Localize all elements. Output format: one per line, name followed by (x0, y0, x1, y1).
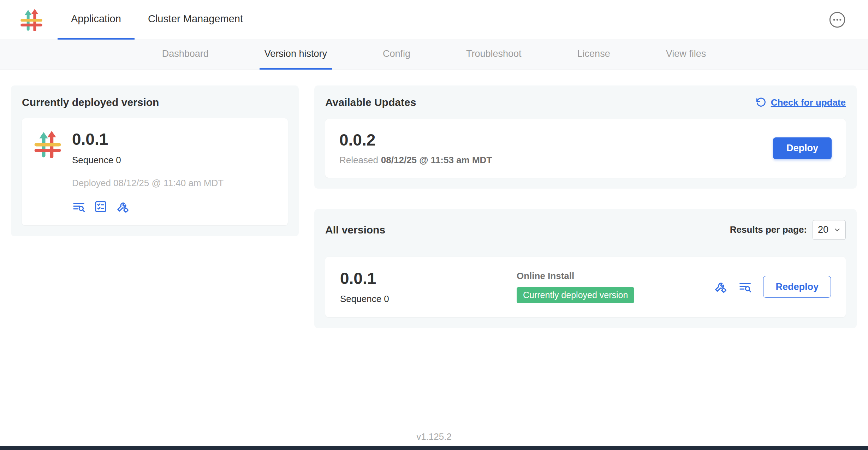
app-logo (0, 0, 58, 40)
update-info: 0.0.2 Released08/12/25 @ 11:53 am MDT (339, 131, 492, 166)
left-column: Currently deployed version (11, 85, 299, 236)
update-row: 0.0.2 Released08/12/25 @ 11:53 am MDT De… (325, 119, 846, 178)
deployed-version-card: 0.0.1 Sequence 0 Deployed 08/12/25 @ 11:… (22, 118, 288, 225)
subnav-config-label: Config (383, 48, 410, 59)
app-logo-icon (20, 8, 43, 31)
header-right (829, 0, 868, 40)
subnav-version-history-label: Version history (264, 48, 327, 59)
page: Application Cluster Management Dashboard… (0, 0, 868, 450)
deployed-timestamp: Deployed 08/12/25 @ 11:40 am MDT (72, 178, 224, 189)
subnav-dashboard[interactable]: Dashboard (157, 40, 214, 70)
subnav-view-files-label: View files (666, 48, 706, 59)
results-per-page: Results per page: 20 (730, 220, 846, 240)
version-row: 0.0.1 Sequence 0 Online Install Currentl… (325, 257, 846, 318)
results-per-page-label: Results per page: (730, 224, 807, 235)
currently-deployed-card: Currently deployed version (11, 85, 299, 236)
update-released-line: Released08/12/25 @ 11:53 am MDT (339, 155, 492, 166)
preflight-checklist-icon[interactable] (94, 200, 107, 213)
currently-deployed-title: Currently deployed version (22, 96, 288, 108)
tab-application-label: Application (71, 13, 121, 25)
tab-application[interactable]: Application (58, 0, 135, 40)
deployed-action-icons (72, 200, 224, 213)
app-subnav: Dashboard Version history Config Trouble… (0, 40, 868, 70)
row-version-number: 0.0.1 (340, 270, 517, 288)
primary-tabs: Application Cluster Management (58, 0, 256, 40)
all-versions-title: All versions (325, 224, 385, 236)
more-menu-icon[interactable] (829, 11, 846, 28)
subnav-dashboard-label: Dashboard (162, 48, 209, 59)
check-for-update[interactable]: Check for update (755, 97, 846, 108)
deployed-version-info: 0.0.1 Sequence 0 Deployed 08/12/25 @ 11:… (72, 130, 224, 213)
version-row-actions: Redeploy (714, 276, 831, 298)
redeploy-button[interactable]: Redeploy (763, 276, 831, 298)
release-notes-search-icon[interactable] (738, 280, 752, 294)
version-row-info: 0.0.1 Sequence 0 (340, 270, 517, 305)
release-notes-search-icon[interactable] (72, 200, 85, 213)
deploy-button[interactable]: Deploy (773, 137, 832, 159)
results-per-page-select[interactable]: 20 (813, 220, 846, 240)
all-versions-card: All versions Results per page: 20 0.0 (314, 209, 857, 328)
subnav-config[interactable]: Config (378, 40, 415, 70)
subnav-troubleshoot-label: Troubleshoot (466, 48, 522, 59)
install-type-label: Online Install (517, 271, 714, 282)
tab-cluster-management-label: Cluster Management (148, 13, 243, 25)
tab-cluster-management[interactable]: Cluster Management (135, 0, 256, 40)
app-version-icon (34, 130, 61, 213)
refresh-icon (755, 97, 767, 108)
right-column: Available Updates Check for update (314, 85, 857, 328)
top-nav-bar: Application Cluster Management (0, 0, 868, 40)
available-updates-title: Available Updates (325, 96, 416, 108)
deployed-sequence: Sequence 0 (72, 155, 224, 166)
config-wrench-gear-icon[interactable] (714, 280, 727, 294)
subnav-view-files[interactable]: View files (661, 40, 711, 70)
currently-deployed-badge: Currently deployed version (517, 287, 634, 303)
bottom-dark-bar (0, 446, 868, 450)
released-timestamp: 08/12/25 @ 11:53 am MDT (381, 155, 492, 165)
results-per-page-value: 20 (818, 224, 828, 235)
subnav-troubleshoot[interactable]: Troubleshoot (461, 40, 527, 70)
console-version: v1.125.2 (0, 431, 868, 442)
subnav-license-label: License (577, 48, 610, 59)
available-updates-card: Available Updates Check for update (314, 85, 857, 189)
config-wrench-gear-icon[interactable] (116, 200, 129, 213)
update-version-number: 0.0.2 (339, 131, 492, 149)
row-sequence: Sequence 0 (340, 294, 517, 304)
check-for-update-link[interactable]: Check for update (771, 97, 846, 108)
version-row-status: Online Install Currently deployed versio… (517, 271, 714, 303)
subnav-version-history[interactable]: Version history (260, 40, 332, 70)
released-label: Released (339, 155, 378, 165)
chevron-down-icon (833, 226, 841, 234)
available-updates-header: Available Updates Check for update (325, 96, 846, 108)
subnav-license[interactable]: License (572, 40, 615, 70)
main-content: Currently deployed version (0, 70, 868, 328)
all-versions-header: All versions Results per page: 20 (325, 220, 846, 240)
deployed-version-number: 0.0.1 (72, 130, 224, 148)
